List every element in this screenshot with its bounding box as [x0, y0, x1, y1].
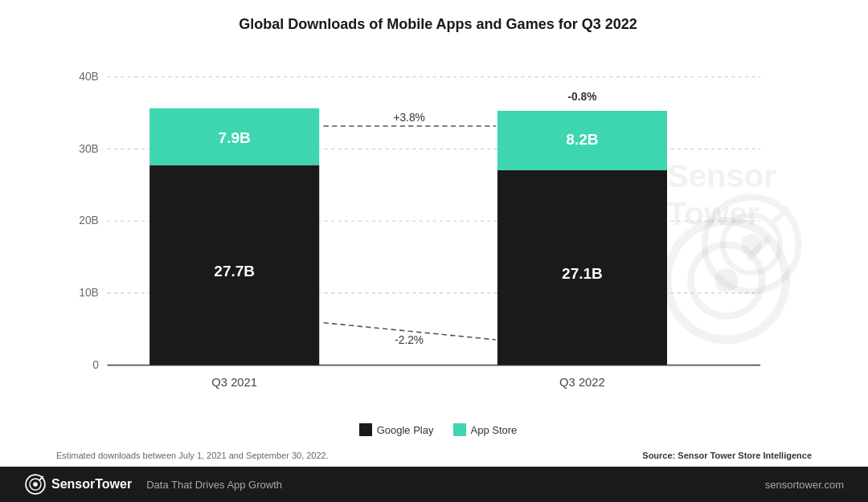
brand-tagline: Data That Drives App Growth	[146, 479, 282, 491]
svg-text:+3.8%: +3.8%	[393, 112, 424, 124]
svg-text:-2.2%: -2.2%	[395, 334, 424, 346]
svg-text:27.7B: 27.7B	[214, 263, 255, 280]
legend-label-appstore: App Store	[471, 424, 518, 436]
svg-text:Q3 2021: Q3 2021	[211, 376, 257, 389]
chart-svg: Sensor Tower 40B 30B	[56, 49, 820, 418]
svg-point-33	[33, 482, 38, 487]
legend: Google Play App Store	[56, 423, 820, 436]
svg-text:40B: 40B	[79, 71, 98, 83]
svg-text:10B: 10B	[79, 287, 98, 299]
svg-point-8	[714, 268, 739, 292]
svg-text:8.2B: 8.2B	[566, 131, 598, 148]
legend-box-googleplay	[359, 423, 372, 436]
chart-area: Global Downloads of Mobile Apps and Game…	[0, 0, 868, 447]
svg-text:30B: 30B	[79, 143, 98, 155]
svg-text:Sensor: Sensor	[667, 158, 776, 194]
brand-logo: SensorSensor TowerTower	[24, 473, 132, 496]
footer-note: Estimated downloads between July 1, 2021…	[0, 447, 868, 467]
bottom-bar-left: SensorSensor TowerTower Data That Drives…	[24, 473, 282, 496]
footnote-left: Estimated downloads between July 1, 2021…	[56, 451, 329, 460]
legend-label-googleplay: Google Play	[377, 424, 434, 436]
legend-item-googleplay: Google Play	[359, 423, 434, 436]
main-container: Global Downloads of Mobile Apps and Game…	[0, 0, 868, 502]
svg-text:Q3 2022: Q3 2022	[559, 376, 605, 389]
brand-name: SensorSensor TowerTower	[51, 477, 132, 492]
svg-line-9	[747, 238, 768, 259]
brand-icon	[24, 473, 47, 496]
svg-text:7.9B: 7.9B	[219, 129, 251, 146]
svg-text:0: 0	[92, 359, 99, 371]
chart-wrapper: Sensor Tower 40B 30B	[56, 49, 820, 418]
legend-item-appstore: App Store	[453, 423, 518, 436]
svg-text:20B: 20B	[79, 214, 98, 227]
svg-text:-0.8%: -0.8%	[568, 91, 597, 103]
svg-text:27.1B: 27.1B	[562, 265, 603, 282]
footnote-right: Source: Sensor Tower Store Intelligence	[642, 451, 812, 460]
bottom-bar-website: sensortower.com	[765, 479, 844, 491]
bottom-bar: SensorSensor TowerTower Data That Drives…	[0, 467, 868, 502]
chart-title: Global Downloads of Mobile Apps and Game…	[56, 16, 820, 33]
legend-box-appstore	[453, 423, 466, 436]
